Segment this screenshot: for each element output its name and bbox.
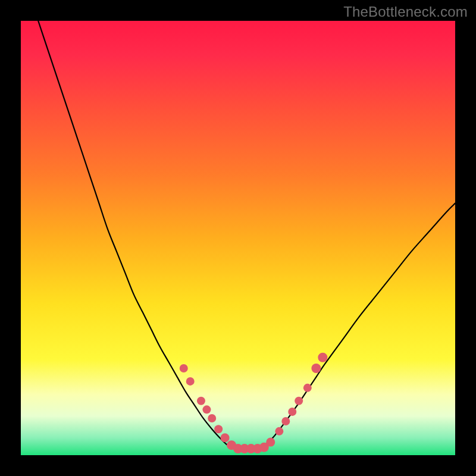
watermark-text: TheBottleneck.com [343, 4, 468, 20]
data-marker [275, 427, 283, 436]
data-marker [266, 438, 275, 447]
data-marker [186, 377, 195, 386]
chart-svg [21, 21, 455, 455]
data-marker [202, 405, 211, 414]
data-marker [303, 384, 312, 392]
data-marker [281, 417, 290, 425]
data-marker [311, 364, 321, 373]
gradient-background [21, 21, 455, 455]
data-marker [318, 353, 327, 362]
data-marker [180, 364, 188, 372]
data-marker [214, 425, 223, 433]
data-marker [288, 408, 296, 416]
data-marker [208, 414, 216, 422]
data-marker [197, 397, 205, 405]
chart-frame: TheBottleneck.com [0, 0, 476, 476]
plot-area [21, 21, 455, 455]
data-marker [295, 397, 303, 405]
data-marker [221, 433, 230, 442]
